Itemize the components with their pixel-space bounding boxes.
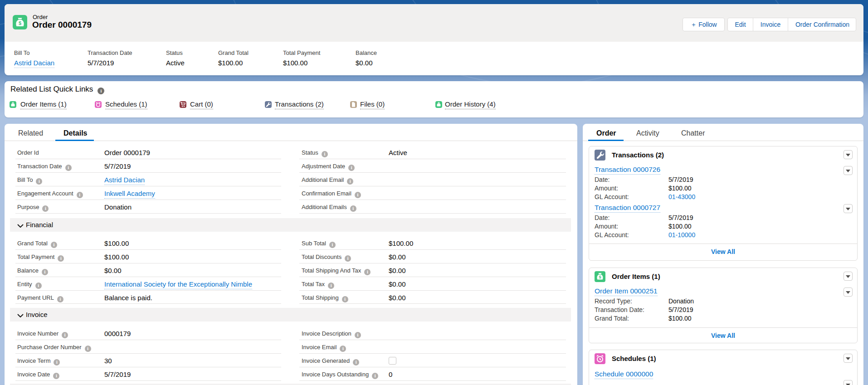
svg-text:$: $ bbox=[599, 275, 601, 279]
svg-text:$: $ bbox=[19, 20, 21, 26]
